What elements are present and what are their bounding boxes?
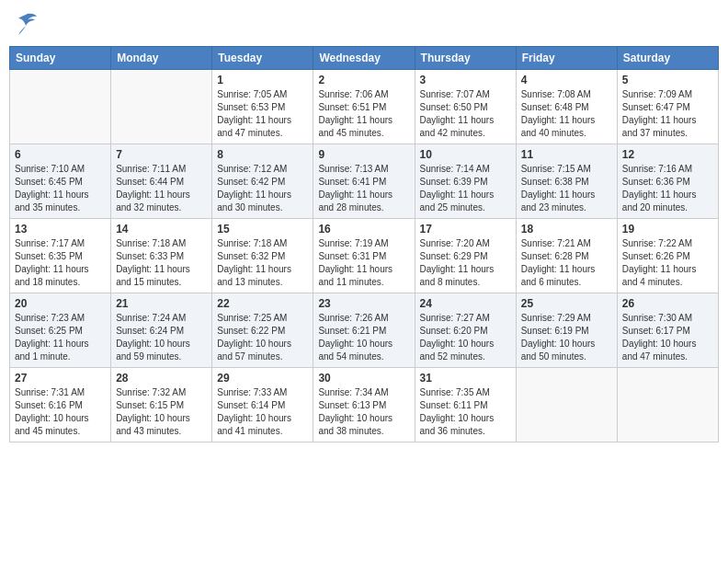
day-number: 26: [622, 297, 713, 310]
day-info: Sunrise: 7:34 AM Sunset: 6:13 PM Dayligh…: [318, 386, 409, 438]
calendar-cell: 11Sunrise: 7:15 AM Sunset: 6:38 PM Dayli…: [516, 144, 617, 219]
day-number: 28: [116, 372, 207, 385]
calendar-cell: 10Sunrise: 7:14 AM Sunset: 6:39 PM Dayli…: [415, 144, 516, 219]
day-info: Sunrise: 7:11 AM Sunset: 6:44 PM Dayligh…: [116, 163, 207, 214]
day-number: 4: [521, 74, 612, 86]
day-info: Sunrise: 7:07 AM Sunset: 6:50 PM Dayligh…: [420, 88, 511, 140]
calendar-cell: 14Sunrise: 7:18 AM Sunset: 6:33 PM Dayli…: [111, 219, 212, 293]
day-number: 1: [217, 74, 308, 86]
calendar-header-row: SundayMondayTuesdayWednesdayThursdayFrid…: [10, 47, 719, 70]
col-header-wednesday: Wednesday: [313, 47, 415, 70]
day-info: Sunrise: 7:29 AM Sunset: 6:19 PM Dayligh…: [521, 312, 612, 363]
calendar-week-row: 6Sunrise: 7:10 AM Sunset: 6:45 PM Daylig…: [10, 144, 719, 219]
day-info: Sunrise: 7:27 AM Sunset: 6:20 PM Dayligh…: [420, 312, 511, 363]
day-info: Sunrise: 7:05 AM Sunset: 6:53 PM Dayligh…: [217, 88, 308, 140]
calendar-week-row: 1Sunrise: 7:05 AM Sunset: 6:53 PM Daylig…: [10, 70, 719, 144]
day-number: 10: [420, 148, 511, 161]
day-info: Sunrise: 7:31 AM Sunset: 6:16 PM Dayligh…: [15, 386, 106, 438]
day-number: 17: [420, 223, 511, 236]
calendar-cell: [516, 368, 617, 442]
day-number: 3: [420, 74, 511, 86]
day-number: 14: [116, 223, 207, 236]
day-number: 27: [15, 372, 106, 385]
day-number: 13: [15, 223, 106, 236]
col-header-tuesday: Tuesday: [212, 47, 313, 70]
col-header-sunday: Sunday: [10, 47, 111, 70]
day-number: 2: [318, 74, 409, 86]
calendar-cell: 20Sunrise: 7:23 AM Sunset: 6:25 PM Dayli…: [10, 293, 111, 368]
calendar-cell: 25Sunrise: 7:29 AM Sunset: 6:19 PM Dayli…: [516, 293, 617, 368]
calendar-week-row: 27Sunrise: 7:31 AM Sunset: 6:16 PM Dayli…: [10, 368, 719, 442]
day-number: 18: [521, 223, 612, 236]
day-number: 12: [622, 148, 713, 161]
calendar-cell: 29Sunrise: 7:33 AM Sunset: 6:14 PM Dayli…: [212, 368, 313, 442]
col-header-monday: Monday: [111, 47, 212, 70]
calendar-cell: 19Sunrise: 7:22 AM Sunset: 6:26 PM Dayli…: [617, 219, 718, 293]
day-info: Sunrise: 7:06 AM Sunset: 6:51 PM Dayligh…: [318, 88, 409, 140]
day-info: Sunrise: 7:21 AM Sunset: 6:28 PM Dayligh…: [521, 237, 612, 289]
day-number: 11: [521, 148, 612, 161]
day-number: 24: [420, 297, 511, 310]
day-info: Sunrise: 7:26 AM Sunset: 6:21 PM Dayligh…: [318, 312, 409, 363]
calendar-cell: 9Sunrise: 7:13 AM Sunset: 6:41 PM Daylig…: [313, 144, 415, 219]
day-number: 25: [521, 297, 612, 310]
day-number: 21: [116, 297, 207, 310]
day-number: 23: [318, 297, 409, 310]
day-number: 8: [217, 148, 308, 161]
calendar-cell: 3Sunrise: 7:07 AM Sunset: 6:50 PM Daylig…: [415, 70, 516, 144]
calendar-cell: 7Sunrise: 7:11 AM Sunset: 6:44 PM Daylig…: [111, 144, 212, 219]
calendar-cell: 28Sunrise: 7:32 AM Sunset: 6:15 PM Dayli…: [111, 368, 212, 442]
calendar-cell: 24Sunrise: 7:27 AM Sunset: 6:20 PM Dayli…: [415, 293, 516, 368]
day-info: Sunrise: 7:18 AM Sunset: 6:33 PM Dayligh…: [116, 237, 207, 289]
day-info: Sunrise: 7:23 AM Sunset: 6:25 PM Dayligh…: [15, 312, 106, 363]
logo-bird-icon: [11, 9, 40, 39]
calendar-cell: 17Sunrise: 7:20 AM Sunset: 6:29 PM Dayli…: [415, 219, 516, 293]
calendar-cell: 5Sunrise: 7:09 AM Sunset: 6:47 PM Daylig…: [617, 70, 718, 144]
calendar-cell: 2Sunrise: 7:06 AM Sunset: 6:51 PM Daylig…: [313, 70, 415, 144]
day-info: Sunrise: 7:13 AM Sunset: 6:41 PM Dayligh…: [318, 163, 409, 214]
day-info: Sunrise: 7:35 AM Sunset: 6:11 PM Dayligh…: [420, 386, 511, 438]
day-number: 16: [318, 223, 409, 236]
calendar-cell: 6Sunrise: 7:10 AM Sunset: 6:45 PM Daylig…: [10, 144, 111, 219]
calendar-cell: 26Sunrise: 7:30 AM Sunset: 6:17 PM Dayli…: [617, 293, 718, 368]
day-info: Sunrise: 7:17 AM Sunset: 6:35 PM Dayligh…: [15, 237, 106, 289]
day-number: 31: [420, 372, 511, 385]
calendar-cell: 21Sunrise: 7:24 AM Sunset: 6:24 PM Dayli…: [111, 293, 212, 368]
calendar-cell: 23Sunrise: 7:26 AM Sunset: 6:21 PM Dayli…: [313, 293, 415, 368]
col-header-saturday: Saturday: [617, 47, 718, 70]
day-info: Sunrise: 7:08 AM Sunset: 6:48 PM Dayligh…: [521, 88, 612, 140]
calendar-cell: 8Sunrise: 7:12 AM Sunset: 6:42 PM Daylig…: [212, 144, 313, 219]
col-header-thursday: Thursday: [415, 47, 516, 70]
calendar-cell: [617, 368, 718, 442]
day-number: 19: [622, 223, 713, 236]
day-info: Sunrise: 7:24 AM Sunset: 6:24 PM Dayligh…: [116, 312, 207, 363]
calendar-week-row: 13Sunrise: 7:17 AM Sunset: 6:35 PM Dayli…: [10, 219, 719, 293]
calendar-cell: 22Sunrise: 7:25 AM Sunset: 6:22 PM Dayli…: [212, 293, 313, 368]
day-info: Sunrise: 7:09 AM Sunset: 6:47 PM Dayligh…: [622, 88, 713, 140]
calendar-cell: 30Sunrise: 7:34 AM Sunset: 6:13 PM Dayli…: [313, 368, 415, 442]
day-number: 29: [217, 372, 308, 385]
calendar-table: SundayMondayTuesdayWednesdayThursdayFrid…: [9, 46, 719, 442]
day-info: Sunrise: 7:33 AM Sunset: 6:14 PM Dayligh…: [217, 386, 308, 438]
calendar-cell: [111, 70, 212, 144]
day-number: 22: [217, 297, 308, 310]
day-info: Sunrise: 7:19 AM Sunset: 6:31 PM Dayligh…: [318, 237, 409, 289]
day-info: Sunrise: 7:10 AM Sunset: 6:45 PM Dayligh…: [15, 163, 106, 214]
day-number: 30: [318, 372, 409, 385]
calendar-cell: [10, 70, 111, 144]
day-number: 20: [15, 297, 106, 310]
day-info: Sunrise: 7:15 AM Sunset: 6:38 PM Dayligh…: [521, 163, 612, 214]
calendar-cell: 4Sunrise: 7:08 AM Sunset: 6:48 PM Daylig…: [516, 70, 617, 144]
day-info: Sunrise: 7:16 AM Sunset: 6:36 PM Dayligh…: [622, 163, 713, 214]
day-number: 6: [15, 148, 106, 161]
day-number: 5: [622, 74, 713, 86]
calendar-cell: 1Sunrise: 7:05 AM Sunset: 6:53 PM Daylig…: [212, 70, 313, 144]
day-info: Sunrise: 7:32 AM Sunset: 6:15 PM Dayligh…: [116, 386, 207, 438]
day-number: 15: [217, 223, 308, 236]
day-info: Sunrise: 7:30 AM Sunset: 6:17 PM Dayligh…: [622, 312, 713, 363]
day-info: Sunrise: 7:18 AM Sunset: 6:32 PM Dayligh…: [217, 237, 308, 289]
day-info: Sunrise: 7:12 AM Sunset: 6:42 PM Dayligh…: [217, 163, 308, 214]
calendar-cell: 16Sunrise: 7:19 AM Sunset: 6:31 PM Dayli…: [313, 219, 415, 293]
logo: [9, 9, 40, 39]
day-info: Sunrise: 7:20 AM Sunset: 6:29 PM Dayligh…: [420, 237, 511, 289]
